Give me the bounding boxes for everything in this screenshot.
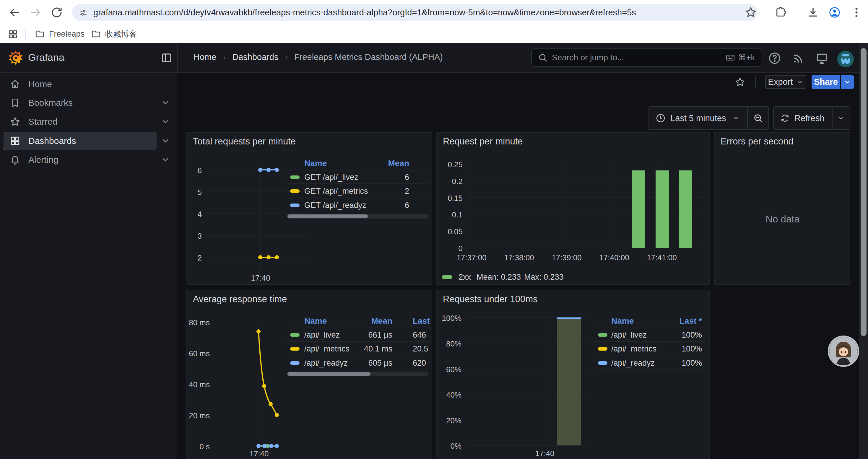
y-axis-tick: 60 ms (187, 349, 210, 358)
breadcrumb-dashboards[interactable]: Dashboards (232, 52, 278, 62)
favorite-dashboard-star-icon[interactable] (735, 77, 745, 88)
legend-row-name[interactable]: /api/_livez (611, 330, 647, 340)
sidebar-item-dashboards[interactable]: Dashboards (4, 132, 157, 150)
panel-request-per-minute[interactable]: Request per minute 0.25 0.2 0.15 0.1 0.0… (436, 132, 710, 285)
bookmark-folder-blogs[interactable]: 收藏博客 (91, 27, 137, 41)
series-color-pill[interactable] (290, 175, 300, 179)
chevron-down-icon (796, 78, 803, 86)
dock-menu-icon[interactable] (160, 52, 173, 64)
panel-total-requests[interactable]: Total requests per minute 6 5 4 3 2 17:4… (186, 132, 432, 285)
chevron-down-icon[interactable] (161, 155, 170, 164)
legend-series-label[interactable]: 2xx (459, 273, 471, 282)
browser-back-icon[interactable] (8, 6, 21, 19)
bookmark-icon (9, 97, 21, 108)
legend-row-value: 100% (658, 359, 702, 368)
help-icon[interactable] (768, 52, 781, 65)
legend-header-mean[interactable]: Mean (365, 159, 409, 168)
legend-mean-stat: Mean: 0.233 (476, 273, 521, 282)
time-range-picker[interactable]: Last 5 minutes (649, 113, 747, 123)
series-color-pill[interactable] (290, 333, 300, 337)
legend-row-name[interactable]: GET /api/_metrics (304, 187, 368, 196)
series-color-pill[interactable] (290, 347, 300, 351)
sidebar-item-label: Starred (28, 117, 57, 127)
series-color-pill[interactable] (290, 203, 300, 207)
y-axis-tick: 4 (187, 210, 202, 219)
user-avatar[interactable] (837, 51, 854, 67)
series-color-pill[interactable] (598, 361, 608, 365)
legend-divider (287, 198, 428, 198)
bookmarks-bar: Freeleaps 收藏博客 (0, 25, 868, 43)
share-button[interactable]: Share (812, 75, 840, 89)
legend-header-mean[interactable]: Mean (348, 316, 392, 326)
legend-row-value: 6 (365, 173, 409, 182)
legend-scrollbar[interactable] (287, 214, 428, 219)
page-scrollbar[interactable] (859, 43, 868, 459)
y-axis-tick: 2 (187, 254, 202, 263)
chevron-down-icon (838, 114, 845, 122)
legend-header-name[interactable]: Name (304, 159, 327, 168)
sidebar-item-home[interactable]: Home (4, 75, 157, 93)
legend-divider (594, 341, 706, 342)
legend-row-name[interactable]: /api/_readyz (304, 359, 348, 368)
address-bar[interactable]: grafana.mathmast.com/d/deytv4rwavabkb/fr… (72, 4, 757, 21)
sidebar-item-label: Bookmarks (28, 98, 73, 108)
profile-icon[interactable] (829, 6, 841, 19)
series-color-pill[interactable] (290, 189, 300, 193)
monitor-icon[interactable] (815, 52, 829, 65)
news-rss-icon[interactable] (792, 52, 805, 65)
panel-requests-under-100ms[interactable]: Requests under 100ms 100% 80% 60% 40% 20… (436, 290, 710, 459)
scrollbar-thumb[interactable] (861, 48, 867, 336)
sidebar-item-label: Alerting (28, 155, 59, 165)
browser-reload-icon[interactable] (50, 6, 63, 19)
bookmark-star-icon[interactable] (745, 6, 757, 19)
legend-header-name[interactable]: Name (304, 316, 327, 326)
browser-forward-icon[interactable] (29, 6, 42, 19)
site-settings-tune-icon[interactable] (79, 8, 88, 18)
share-menu-button[interactable] (841, 75, 854, 89)
chevron-down-icon[interactable] (161, 136, 170, 145)
legend-row-name[interactable]: /api/_metrics (304, 345, 349, 354)
refresh-interval-button[interactable] (833, 114, 850, 122)
legend-row-name[interactable]: /api/_livez (304, 330, 340, 340)
legend-scrollbar[interactable] (287, 371, 428, 376)
panel-errors-per-second[interactable]: Errors per second No data (714, 132, 850, 285)
star-icon (9, 116, 21, 127)
apps-grid-icon[interactable] (8, 29, 18, 40)
legend-row-name[interactable]: /api/_readyz (611, 359, 655, 368)
series-color-pill[interactable] (442, 275, 452, 279)
series-color-pill[interactable] (290, 361, 300, 365)
time-range-label: Last 5 minutes (670, 113, 726, 123)
url-text[interactable]: grafana.mathmast.com/d/deytv4rwavabkb/fr… (93, 4, 743, 21)
browser-menu-icon[interactable] (850, 6, 863, 19)
series-color-pill[interactable] (598, 333, 608, 337)
grafana-logo[interactable] (7, 48, 24, 67)
breadcrumb-home[interactable]: Home (193, 52, 216, 62)
series-color-pill[interactable] (598, 347, 608, 351)
legend-row-last: 620 (413, 359, 430, 368)
floating-assistant-avatar[interactable] (829, 337, 858, 365)
export-button[interactable]: Export (765, 75, 806, 89)
panel-avg-response-time[interactable]: Average response time 80 ms 60 ms 40 ms … (186, 290, 432, 459)
y-axis-tick: 0 s (187, 442, 210, 451)
legend-header-last[interactable]: Last * (658, 316, 702, 326)
legend-row-name[interactable]: GET /api/_readyz (304, 201, 366, 210)
sidebar-item-alerting[interactable]: Alerting (4, 151, 157, 169)
sidebar-item-starred[interactable]: Starred (4, 113, 157, 131)
x-axis-tick: 17:38:00 (504, 253, 534, 262)
extensions-icon[interactable] (774, 6, 787, 19)
legend-row-name[interactable]: /api/_metrics (611, 345, 656, 354)
download-icon[interactable] (807, 6, 819, 19)
chevron-down-icon[interactable] (161, 98, 170, 107)
refresh-button[interactable]: Refresh (774, 113, 832, 123)
zoom-out-button[interactable] (748, 113, 769, 124)
bookmark-folder-freeleaps[interactable]: Freeleaps (35, 27, 85, 41)
chevron-down-icon[interactable] (161, 117, 170, 126)
legend-header-name[interactable]: Name (611, 316, 634, 326)
y-axis-tick: 60% (437, 365, 462, 374)
legend-row-name[interactable]: GET /api/_livez (304, 173, 359, 182)
y-axis-tick: 0% (437, 441, 462, 451)
panel-title[interactable]: Errors per second (720, 136, 793, 147)
search-input[interactable]: Search or jump to... ⌘+k (531, 48, 761, 67)
sidebar-item-bookmarks[interactable]: Bookmarks (4, 94, 157, 112)
legend-header-last[interactable]: Last * (413, 316, 430, 326)
